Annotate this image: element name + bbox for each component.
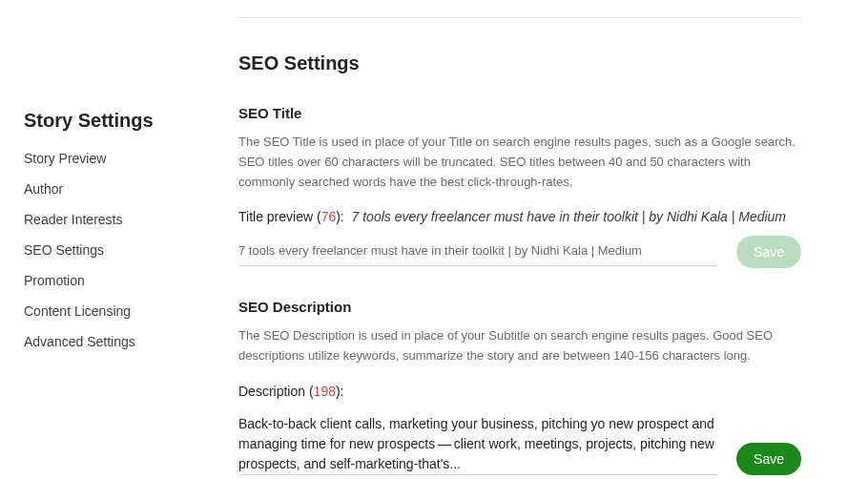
sidebar-item-story-preview[interactable]: Story Preview bbox=[24, 151, 210, 166]
title-preview-label-post: ): bbox=[336, 209, 344, 224]
seo-description-label: SEO Description bbox=[238, 299, 801, 315]
seo-description-preview: Description (198): bbox=[238, 384, 801, 399]
seo-description-help: The SEO Description is used in place of … bbox=[238, 326, 801, 366]
seo-title-label: SEO Title bbox=[238, 105, 801, 121]
seo-title-help: The SEO Title is used in place of your T… bbox=[238, 133, 801, 192]
seo-description-save-button[interactable]: Save bbox=[736, 443, 801, 475]
description-preview-label-post: ): bbox=[336, 384, 344, 399]
sidebar: Story Settings Story Preview Author Read… bbox=[0, 0, 210, 479]
sidebar-item-seo-settings[interactable]: SEO Settings bbox=[24, 242, 210, 258]
sidebar-item-reader-interests[interactable]: Reader Interests bbox=[24, 212, 210, 227]
seo-title-input[interactable] bbox=[238, 238, 717, 266]
title-preview-label-pre: Title preview ( bbox=[238, 209, 321, 224]
sidebar-title: Story Settings bbox=[24, 110, 210, 132]
title-preview-value: 7 tools every freelancer must have in th… bbox=[352, 209, 786, 224]
sidebar-item-author[interactable]: Author bbox=[24, 181, 210, 197]
section-divider bbox=[238, 17, 801, 18]
seo-description-textarea[interactable] bbox=[238, 410, 717, 475]
section-title: SEO Settings bbox=[238, 52, 801, 74]
sidebar-item-promotion[interactable]: Promotion bbox=[24, 273, 210, 288]
seo-title-save-button[interactable]: Save bbox=[736, 236, 801, 268]
seo-title-preview: Title preview (76): 7 tools every freela… bbox=[238, 209, 801, 224]
sidebar-item-advanced-settings[interactable]: Advanced Settings bbox=[24, 334, 210, 349]
sidebar-item-content-licensing[interactable]: Content Licensing bbox=[24, 303, 210, 319]
main-content: SEO Settings SEO Title The SEO Title is … bbox=[210, 0, 830, 479]
description-preview-label-pre: Description ( bbox=[238, 384, 314, 399]
title-preview-count: 76 bbox=[321, 209, 337, 224]
description-preview-count: 198 bbox=[314, 384, 336, 399]
